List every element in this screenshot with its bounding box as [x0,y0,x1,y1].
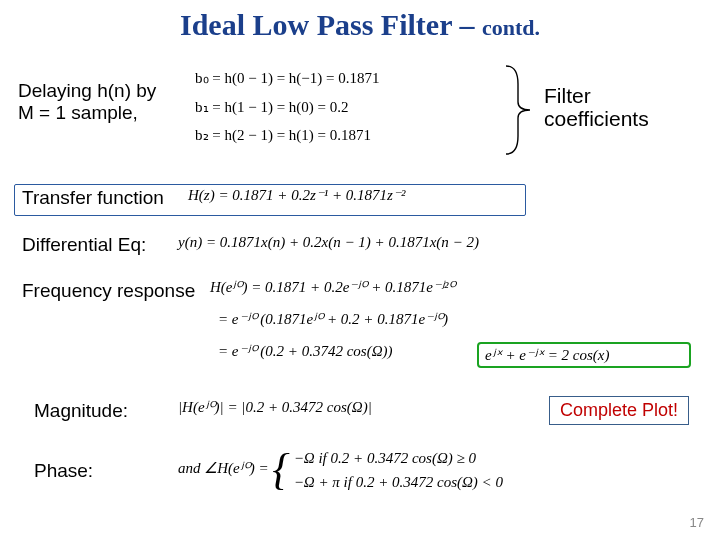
phase-label: Phase: [34,460,93,482]
coef-label-l2: coefficients [544,107,649,130]
right-brace-icon [500,64,536,156]
differential-eq: y(n) = 0.1871x(n) + 0.2x(n − 1) + 0.1871… [178,234,479,251]
filter-coefficients-label: Filter coefficients [544,84,649,130]
frequency-response-eq2: = e⁻ʲᴼ (0.1871eʲᴼ + 0.2 + 0.1871e⁻ʲᴼ) [218,310,448,328]
frequency-response-label: Frequency response [22,280,195,302]
transfer-function-label: Transfer function [22,187,164,209]
frequency-response-eq3: = e⁻ʲᴼ (0.2 + 0.3742 cos(Ω)) [218,342,392,360]
magnitude-label: Magnitude: [34,400,128,422]
delay-note-line2: M = 1 sample, [18,102,138,123]
left-brace-icon: { [272,448,290,492]
euler-identity-box: eʲˣ + e⁻ʲˣ = 2 cos(x) [477,342,691,368]
differential-eq-label: Differential Eq: [22,234,146,256]
complete-plot-callout: Complete Plot! [549,396,689,425]
coefficient-equations: b₀ = h(0 − 1) = h(−1) = 0.1871 b₁ = h(1 … [195,64,515,150]
phase-eq: and ∠H(eʲᴼ) = { −Ω if 0.2 + 0.3472 cos(Ω… [178,446,503,494]
coef-b1: b₁ = h(1 − 1) = h(0) = 0.2 [195,93,515,122]
slide-title: Ideal Low Pass Filter – contd. [0,0,720,42]
piecewise-block: { −Ω if 0.2 + 0.3472 cos(Ω) ≥ 0 −Ω + π i… [272,446,503,494]
frequency-response-eq1: H(eʲᴼ) = 0.1871 + 0.2e⁻ʲᴼ + 0.1871e⁻ʲ²ᴼ [210,278,455,296]
transfer-function-eq: H(z) = 0.1871 + 0.2z⁻¹ + 0.1871z⁻² [188,186,405,204]
delay-note: Delaying h(n) by M = 1 sample, [18,80,163,124]
phase-case2: −Ω + π if 0.2 + 0.3472 cos(Ω) < 0 [294,474,503,490]
title-contd: contd. [482,15,540,40]
phase-case1: −Ω if 0.2 + 0.3472 cos(Ω) ≥ 0 [294,450,476,466]
magnitude-eq: |H(eʲᴼ)| = |0.2 + 0.3472 cos(Ω)| [178,398,372,416]
title-main: Ideal Low Pass Filter – [180,8,482,41]
coef-b0: b₀ = h(0 − 1) = h(−1) = 0.1871 [195,64,515,93]
page-number: 17 [690,515,704,530]
coef-b2: b₂ = h(2 − 1) = h(1) = 0.1871 [195,121,515,150]
phase-and-text: and ∠H(eʲᴼ) = [178,460,272,476]
delay-note-line1: Delaying h(n) by [18,80,156,101]
coef-label-l1: Filter [544,84,591,107]
